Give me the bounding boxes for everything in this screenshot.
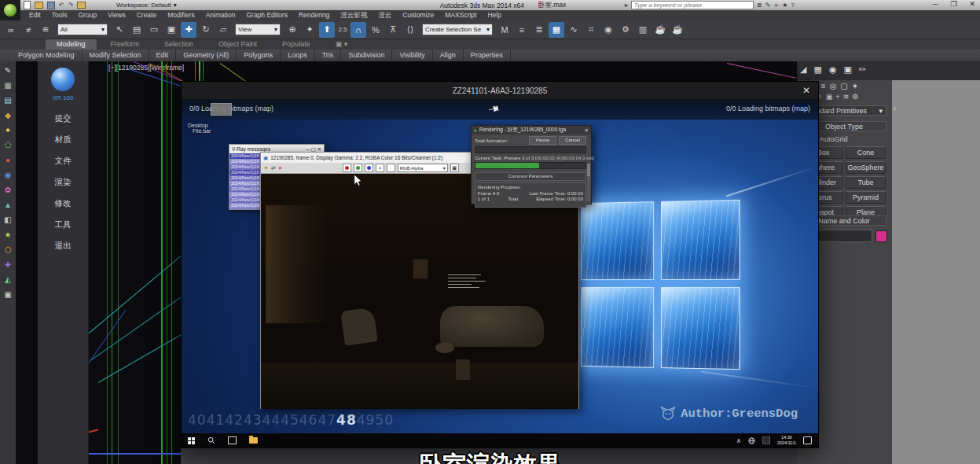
select-by-name-icon[interactable]: ▤ bbox=[129, 22, 145, 38]
rendered-frame-window-icon[interactable]: ▥ bbox=[635, 22, 651, 38]
render-dialog-titlebar[interactable]: ● Rendering - 卧室_12190285_0000.tga ✕ bbox=[472, 126, 591, 134]
common-parameters-rollout[interactable]: Common Parameters bbox=[475, 172, 586, 181]
desktop-icon-labels[interactable]: Desktop File.bar bbox=[188, 123, 211, 134]
pyramid-button[interactable]: Pyramid bbox=[846, 191, 886, 204]
project-folder-icon[interactable] bbox=[77, 2, 86, 9]
close-button[interactable]: ✕ bbox=[969, 0, 975, 8]
tab-freeform[interactable]: Freeform bbox=[100, 39, 151, 50]
spinner-snap-icon[interactable]: ⊼ bbox=[385, 22, 401, 38]
tube-button[interactable]: Tube bbox=[846, 176, 886, 189]
select-and-manipulate-icon[interactable]: ✦ bbox=[302, 22, 317, 38]
named-selection-dropdown[interactable]: Create Selection Se▾ bbox=[422, 24, 493, 35]
align-icon[interactable]: ≡ bbox=[514, 22, 530, 38]
use-pivot-center-icon[interactable]: ⊕ bbox=[284, 22, 300, 38]
tab-hierarchy-icon[interactable]: ≡ bbox=[821, 82, 826, 90]
menu-help[interactable]: Help bbox=[482, 10, 506, 20]
ribbon-tris[interactable]: Tris bbox=[315, 50, 342, 61]
schematic-view-icon[interactable]: ⌗ bbox=[583, 22, 599, 38]
menu-tools[interactable]: Tools bbox=[46, 10, 73, 20]
open-file-icon[interactable] bbox=[35, 2, 43, 9]
viewport-label[interactable]: [+][12190285][Wireframe] bbox=[108, 64, 184, 72]
ribbon-visibility[interactable]: Visibility bbox=[392, 50, 432, 61]
select-object-icon[interactable]: ↖ bbox=[112, 22, 127, 38]
ribbon-subdivision[interactable]: Subdivision bbox=[341, 50, 392, 61]
xr-item-render[interactable]: 渲染 bbox=[55, 171, 72, 193]
subscription-icon[interactable]: ✎ bbox=[765, 2, 771, 9]
ribbon-geometry-all[interactable]: Geometry (All) bbox=[176, 50, 237, 61]
ribbon-loops[interactable]: Loops bbox=[281, 50, 315, 61]
network-icon[interactable] bbox=[748, 437, 755, 444]
xr-item-exit[interactable]: 退出 bbox=[55, 235, 72, 256]
pin-icon[interactable] bbox=[486, 101, 502, 117]
reference-coordinate-dropdown[interactable]: View▾ bbox=[235, 24, 281, 35]
menu-modifiers[interactable]: Modifiers bbox=[162, 10, 200, 20]
vfb-info-icon[interactable]: ▣ bbox=[450, 164, 459, 172]
cancel-button[interactable]: Cancel bbox=[559, 136, 586, 145]
vfb-clear-icon[interactable]: ✕ bbox=[278, 165, 283, 171]
ribbon-polygon-modeling[interactable]: Polygon Modeling bbox=[11, 50, 83, 61]
xr-item-material[interactable]: 材质 bbox=[55, 129, 72, 150]
menu-edit[interactable]: Edit bbox=[24, 10, 46, 20]
rectangular-selection-icon[interactable]: ▭ bbox=[146, 22, 162, 38]
selection-filter-dropdown[interactable]: All▾ bbox=[57, 24, 108, 35]
object-color-swatch[interactable] bbox=[875, 230, 887, 242]
select-and-scale-icon[interactable]: ▱ bbox=[215, 22, 231, 38]
save-file-icon[interactable] bbox=[47, 2, 55, 9]
left-toolbar-icon[interactable]: ✎ bbox=[2, 65, 13, 76]
category-spacewarps-icon[interactable]: ≋ bbox=[843, 93, 850, 101]
clock[interactable]: 14:30 2024/11/1 bbox=[777, 435, 796, 446]
viewport-toolbar-icon[interactable]: ▦ bbox=[813, 64, 821, 75]
select-and-rotate-icon[interactable]: ↻ bbox=[198, 22, 214, 38]
minimize-button[interactable]: ─ bbox=[933, 0, 938, 8]
favorites-icon[interactable]: ★ bbox=[782, 2, 787, 9]
left-toolbar-icon[interactable]: ✚ bbox=[2, 260, 13, 271]
menu-animation[interactable]: Animation bbox=[200, 10, 241, 20]
ribbon-camera-icon[interactable]: ▣ ▾ bbox=[325, 39, 359, 50]
left-toolbar-icon[interactable]: ★ bbox=[2, 230, 13, 241]
tab-motion-icon[interactable]: ◎ bbox=[830, 82, 837, 90]
communication-icon[interactable]: ➢ bbox=[773, 2, 779, 9]
viewport-toolbar-icon[interactable]: ✏ bbox=[859, 64, 866, 75]
window-crossing-icon[interactable]: ▣ bbox=[163, 22, 179, 38]
snaps-toggle-label[interactable]: 2.5 bbox=[336, 22, 349, 38]
action-center-icon[interactable] bbox=[803, 436, 812, 444]
vfb-alpha-icon[interactable] bbox=[387, 164, 395, 172]
render-progress-dialog[interactable]: ● Rendering - 卧室_12190285_0000.tga ✕ Tot… bbox=[471, 125, 592, 204]
scene-explorer-icon[interactable]: ▦ bbox=[549, 22, 564, 38]
geosphere-button[interactable]: GeoSphere bbox=[846, 161, 886, 174]
left-toolbar-icon[interactable]: ◉ bbox=[2, 170, 13, 181]
panel-collapse-icon[interactable]: ‹ bbox=[894, 105, 896, 112]
left-toolbar-icon[interactable]: ◧ bbox=[2, 215, 13, 226]
ribbon-align[interactable]: Align bbox=[433, 50, 464, 61]
menu-xrender-video[interactable]: 渲云影视 bbox=[335, 10, 373, 20]
task-view-icon[interactable] bbox=[228, 436, 237, 444]
left-toolbar-icon[interactable]: ⬡ bbox=[2, 245, 13, 256]
tab-object-paint[interactable]: Object Paint bbox=[207, 39, 268, 50]
xr-item-modify[interactable]: 修改 bbox=[55, 193, 72, 214]
xr-item-submit[interactable]: 提交 bbox=[55, 108, 72, 129]
mirror-icon[interactable]: M bbox=[497, 22, 512, 38]
dialog-scrollbar[interactable] bbox=[587, 164, 590, 201]
left-toolbar-icon[interactable]: ● bbox=[2, 155, 13, 166]
remote-close-icon[interactable]: ✕ bbox=[802, 85, 810, 96]
menu-xrender[interactable]: 渲云 bbox=[373, 10, 397, 20]
tab-display-icon[interactable]: ▢ bbox=[840, 82, 847, 90]
left-toolbar-icon[interactable]: ▤ bbox=[2, 95, 13, 106]
ribbon-properties[interactable]: Properties bbox=[464, 50, 511, 61]
category-cameras-icon[interactable]: ▣ bbox=[826, 93, 833, 101]
material-editor-icon[interactable]: ◉ bbox=[600, 22, 616, 38]
left-toolbar-icon[interactable]: ▦ bbox=[2, 80, 13, 91]
viewport-toolbar-icon[interactable]: ◉ bbox=[829, 64, 837, 75]
left-toolbar-icon[interactable]: ▲ bbox=[2, 200, 13, 211]
tab-utilities-icon[interactable]: ✶ bbox=[852, 82, 858, 90]
menu-customize[interactable]: Customize bbox=[397, 10, 439, 20]
keyboard-shortcut-override-icon[interactable]: ⬆ bbox=[319, 22, 335, 38]
maximize-button[interactable]: ❒ bbox=[950, 0, 956, 8]
left-toolbar-icon[interactable]: ⬠ bbox=[2, 140, 13, 151]
layer-manager-icon[interactable]: ≣ bbox=[531, 22, 547, 38]
search-options-icon[interactable]: ≣ bbox=[757, 2, 762, 9]
search-input[interactable] bbox=[631, 1, 754, 9]
select-and-link-icon[interactable]: ∞ bbox=[3, 22, 19, 38]
render-production-icon[interactable]: ☕ bbox=[652, 22, 668, 38]
category-helpers-icon[interactable]: + bbox=[835, 93, 839, 101]
